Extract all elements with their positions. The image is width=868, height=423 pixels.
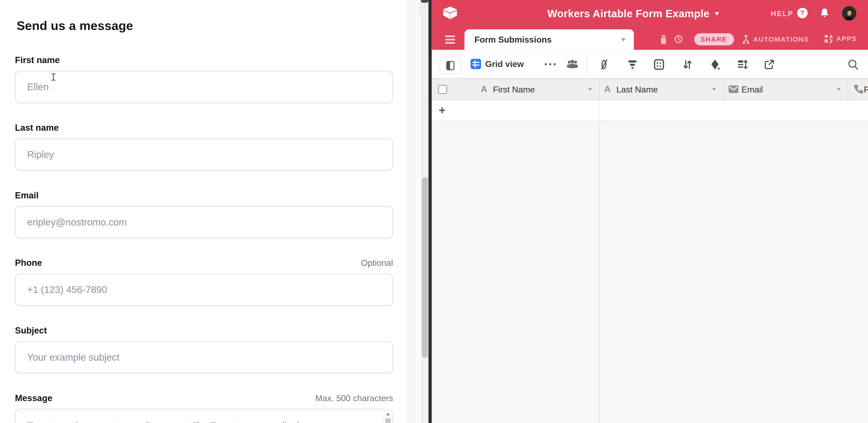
row-height-icon[interactable] [737,59,747,70]
hide-fields-icon[interactable] [598,59,609,70]
field-group-last-name: Last name [15,123,393,171]
screen: Send us a message First name Last name E… [0,0,868,423]
airtable-tab-row: Form Submissions S [431,28,868,50]
select-all-checkbox[interactable] [438,85,447,94]
field-group-first-name: First name [15,56,393,103]
message-text: Tenetur optio quaerat expedita vero et i… [27,419,380,423]
airtable-topbar: Workers Airtable Form Example HELP ? [431,0,868,50]
airtable-pane: Workers Airtable Form Example HELP ? [431,0,868,423]
sort-icon[interactable] [682,59,692,70]
message-label: Message [15,393,53,403]
field-group-message: Message Max. 500 characters Tenetur opti… [15,393,393,423]
phone-optional-hint: Optional [361,258,393,268]
column-caret-icon[interactable] [836,88,841,91]
table-tab-form-submissions[interactable]: Form Submissions [464,29,634,50]
column-label: Last Name [616,85,658,95]
column-header-email[interactable]: Email [723,79,848,100]
first-name-input[interactable] [15,71,393,103]
search-icon[interactable] [847,59,858,70]
grid-body [431,121,868,423]
toggle-sidebar-button[interactable] [439,57,461,74]
color-icon[interactable] [709,59,720,70]
history-icon[interactable] [673,34,684,44]
field-group-subject: Subject [15,326,393,373]
divider-grip-dot [418,7,420,8]
column-label: Email [742,85,763,95]
field-group-email: Email [15,190,393,238]
grid-view-icon [470,59,481,69]
automations-label: AUTOMATIONS [753,35,809,43]
split-pane-divider[interactable] [429,0,431,423]
field-group-phone: Phone Optional [15,258,393,306]
last-name-label: Last name [15,123,59,133]
hamburger-menu-icon[interactable] [445,35,455,46]
grid-header-row: A First Name A Last Name Email [431,78,868,100]
help-question-icon[interactable]: ? [797,7,808,18]
column-label: Phone [864,85,868,95]
text-field-type-icon: A [481,84,487,94]
scroll-up-arrow-icon[interactable] [386,413,390,415]
view-toolbar: Grid view [431,50,868,78]
table-tab-label: Form Submissions [474,35,552,45]
email-field-type-icon [728,85,738,93]
subject-input[interactable] [15,341,393,373]
help-button[interactable]: HELP [771,9,794,18]
base-title-button[interactable]: Workers Airtable Form Example [498,0,768,28]
column-caret-icon[interactable] [712,88,716,91]
page-gutter [407,0,415,423]
add-row-plus-icon[interactable]: + [439,103,445,117]
collaborators-icon[interactable] [566,59,578,69]
ibeam-cursor-icon [50,73,56,81]
phone-input[interactable] [15,274,393,306]
contact-form-pane: Send us a message First name Last name E… [0,0,414,423]
divider-grip-dot [418,10,420,11]
trash-icon[interactable] [658,34,668,45]
apps-icon [824,34,833,44]
automations-icon [741,34,750,44]
airtable-logo-icon[interactable] [442,6,458,20]
message-scrollbar[interactable] [384,410,392,423]
grid-view-button[interactable]: Grid view [470,59,524,69]
table-tab-caret-icon [621,38,626,41]
column-header-phone[interactable]: Phone [848,79,868,100]
base-title: Workers Airtable Form Example [548,8,710,20]
divider-grip-dot [418,3,420,5]
user-avatar[interactable] [842,6,856,21]
frozen-column-divider [599,121,599,423]
phone-field-type-icon [853,84,863,94]
email-label: Email [15,190,39,201]
email-input[interactable] [15,206,393,238]
first-name-label: First name [15,56,60,65]
airtable-title-row: Workers Airtable Form Example HELP ? [431,0,868,28]
base-title-caret-icon [715,12,719,16]
toolbar-divider [587,55,588,73]
column-header-first-name[interactable]: A First Name [431,79,599,100]
phone-label: Phone [15,258,42,268]
column-label: First Name [493,85,535,95]
apps-button[interactable]: APPS [824,34,857,44]
left-pane-scroll-thumb[interactable] [422,177,428,358]
left-pane-scrollbar[interactable] [421,0,429,423]
message-max-hint: Max. 500 characters [315,393,393,403]
filter-icon[interactable] [627,59,638,70]
column-header-last-name[interactable]: A Last Name [599,79,723,100]
column-caret-icon[interactable] [588,88,592,91]
notifications-bell-icon[interactable] [820,8,829,19]
page-gutter-inner [415,0,421,423]
sidebar-panel-icon [446,61,454,70]
last-name-input[interactable] [15,139,393,171]
group-icon[interactable] [653,59,664,70]
add-row[interactable]: + [431,100,868,121]
form-heading: Send us a message [17,19,133,33]
message-scroll-thumb[interactable] [385,418,391,423]
message-textarea[interactable]: Tenetur optio quaerat expedita vero et i… [15,409,393,423]
share-button[interactable]: SHARE [694,33,734,45]
divider-grip-dot [418,13,420,15]
view-name-label: Grid view [485,59,524,69]
share-view-icon[interactable] [764,59,774,70]
frozen-column-divider [599,100,599,121]
view-more-icon[interactable] [545,63,555,65]
scrollbar-cap [421,0,429,3]
text-field-type-icon: A [604,84,611,94]
automations-button[interactable]: AUTOMATIONS [741,34,809,44]
